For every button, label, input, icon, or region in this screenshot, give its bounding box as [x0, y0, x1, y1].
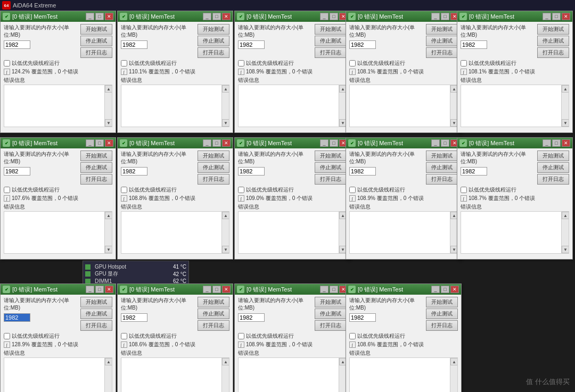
mem-size-input-w6[interactable]: [4, 167, 30, 176]
log-btn-w4[interactable]: 打开日志: [426, 47, 458, 58]
minimize-btn-w3[interactable]: _: [320, 13, 328, 20]
stop-btn-w2[interactable]: 停止测试: [198, 36, 229, 46]
close-btn-w11[interactable]: ✕: [105, 286, 113, 293]
mem-size-input-w3[interactable]: [238, 40, 265, 49]
mem-size-input-w1[interactable]: [4, 40, 30, 49]
restore-btn-w1[interactable]: □: [95, 13, 104, 20]
minimize-btn-w5[interactable]: _: [543, 13, 551, 20]
restore-btn-w8[interactable]: □: [330, 139, 338, 147]
log-btn-w11[interactable]: 打开日志: [80, 320, 112, 331]
scroll-up-w5[interactable]: ▲: [562, 85, 569, 93]
stop-btn-w4[interactable]: 停止测试: [426, 36, 458, 46]
minimize-btn-w11[interactable]: _: [86, 286, 94, 293]
close-btn-w1[interactable]: ✕: [105, 13, 113, 20]
restore-btn-w6[interactable]: □: [95, 139, 104, 147]
start-btn-w4[interactable]: 开始测试: [426, 24, 458, 35]
minimize-btn-w8[interactable]: _: [320, 139, 328, 147]
mem-size-input-w7[interactable]: [121, 167, 147, 176]
low-priority-checkbox-w8[interactable]: [238, 187, 244, 193]
scroll-up-w12[interactable]: ▲: [222, 358, 229, 365]
restore-btn-w13[interactable]: □: [330, 286, 338, 293]
restore-btn-w10[interactable]: □: [552, 139, 561, 147]
start-btn-w5[interactable]: 开始测试: [537, 24, 569, 35]
mem-size-input-w12[interactable]: [121, 313, 147, 322]
mem-size-input-w11[interactable]: [4, 313, 30, 322]
minimize-btn-w10[interactable]: _: [543, 139, 551, 147]
scroll-up-w11[interactable]: ▲: [105, 358, 112, 365]
restore-btn-w12[interactable]: □: [212, 286, 221, 293]
mem-size-input-w8[interactable]: [238, 167, 265, 176]
scroll-up-w2[interactable]: ▲: [222, 85, 229, 93]
scroll-down-w5[interactable]: ▼: [562, 119, 569, 127]
start-btn-w1[interactable]: 开始测试: [80, 24, 112, 35]
mem-size-input-w10[interactable]: [461, 167, 487, 176]
minimize-btn-w1[interactable]: _: [86, 13, 94, 20]
restore-btn-w14[interactable]: □: [441, 286, 449, 293]
start-btn-w2[interactable]: 开始测试: [198, 24, 229, 35]
scroll-up-w6[interactable]: ▲: [105, 212, 112, 219]
log-btn-w7[interactable]: 打开日志: [198, 174, 229, 185]
stop-btn-w5[interactable]: 停止测试: [537, 36, 569, 46]
mem-size-input-w4[interactable]: [349, 40, 376, 49]
close-btn-w7[interactable]: ✕: [222, 139, 231, 147]
scroll-down-w6[interactable]: ▼: [105, 246, 112, 253]
start-btn-w13[interactable]: 开始测试: [315, 297, 347, 307]
start-btn-w9[interactable]: 开始测试: [426, 151, 458, 161]
minimize-btn-w4[interactable]: _: [431, 13, 440, 20]
stop-btn-w13[interactable]: 停止测试: [315, 308, 347, 319]
restore-btn-w7[interactable]: □: [212, 139, 221, 147]
stop-btn-w10[interactable]: 停止测试: [537, 162, 569, 173]
start-btn-w11[interactable]: 开始测试: [80, 297, 112, 307]
log-btn-w10[interactable]: 打开日志: [537, 174, 569, 185]
close-btn-w5[interactable]: ✕: [562, 13, 570, 20]
stop-btn-w14[interactable]: 停止测试: [426, 308, 458, 319]
close-btn-w10[interactable]: ✕: [562, 139, 570, 147]
low-priority-checkbox-w12[interactable]: [121, 333, 127, 339]
close-btn-w14[interactable]: ✕: [450, 286, 459, 293]
log-btn-w13[interactable]: 打开日志: [315, 320, 347, 331]
start-btn-w3[interactable]: 开始测试: [315, 24, 347, 35]
low-priority-checkbox-w1[interactable]: [4, 60, 10, 66]
start-btn-w10[interactable]: 开始测试: [537, 151, 569, 161]
log-btn-w1[interactable]: 打开日志: [80, 47, 112, 58]
mem-size-input-w9[interactable]: [349, 167, 376, 176]
stop-btn-w8[interactable]: 停止测试: [315, 162, 347, 173]
low-priority-checkbox-w13[interactable]: [238, 333, 244, 339]
log-btn-w14[interactable]: 打开日志: [426, 320, 458, 331]
start-btn-w7[interactable]: 开始测试: [198, 151, 229, 161]
low-priority-checkbox-w4[interactable]: [349, 60, 356, 66]
log-btn-w5[interactable]: 打开日志: [537, 47, 569, 58]
minimize-btn-w7[interactable]: _: [203, 139, 211, 147]
scroll-down-w2[interactable]: ▼: [222, 119, 229, 127]
restore-btn-w3[interactable]: □: [330, 13, 338, 20]
low-priority-checkbox-w3[interactable]: [238, 60, 244, 66]
minimize-btn-w2[interactable]: _: [203, 13, 211, 20]
close-btn-w6[interactable]: ✕: [105, 139, 113, 147]
log-btn-w12[interactable]: 打开日志: [198, 320, 229, 331]
low-priority-checkbox-w9[interactable]: [349, 187, 356, 193]
minimize-btn-w6[interactable]: _: [86, 139, 94, 147]
minimize-btn-w12[interactable]: _: [203, 286, 211, 293]
scroll-down-w10[interactable]: ▼: [562, 246, 569, 253]
stop-btn-w3[interactable]: 停止测试: [315, 36, 347, 46]
stop-btn-w11[interactable]: 停止测试: [80, 308, 112, 319]
restore-btn-w5[interactable]: □: [552, 13, 561, 20]
minimize-btn-w9[interactable]: _: [431, 139, 440, 147]
scroll-up-w7[interactable]: ▲: [222, 212, 229, 219]
low-priority-checkbox-w6[interactable]: [4, 187, 10, 193]
stop-btn-w7[interactable]: 停止测试: [198, 162, 229, 173]
mem-size-input-w13[interactable]: [238, 313, 265, 322]
log-btn-w8[interactable]: 打开日志: [315, 174, 347, 185]
scroll-up-w1[interactable]: ▲: [105, 85, 112, 93]
log-btn-w6[interactable]: 打开日志: [80, 174, 112, 185]
mem-size-input-w2[interactable]: [121, 40, 147, 49]
log-btn-w3[interactable]: 打开日志: [315, 47, 347, 58]
low-priority-checkbox-w7[interactable]: [121, 187, 127, 193]
low-priority-checkbox-w11[interactable]: [4, 333, 10, 339]
restore-btn-w11[interactable]: □: [95, 286, 104, 293]
restore-btn-w4[interactable]: □: [441, 13, 449, 20]
low-priority-checkbox-w10[interactable]: [461, 187, 467, 193]
stop-btn-w9[interactable]: 停止测试: [426, 162, 458, 173]
low-priority-checkbox-w14[interactable]: [349, 333, 356, 339]
start-btn-w14[interactable]: 开始测试: [426, 297, 458, 307]
